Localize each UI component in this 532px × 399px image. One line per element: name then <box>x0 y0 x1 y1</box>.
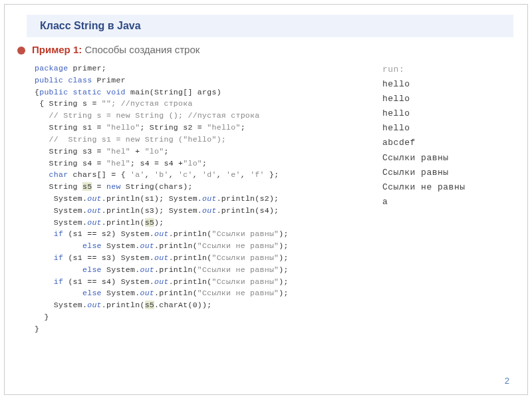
chr: 'f' <box>250 170 265 179</box>
output-line: Ссылки равны <box>382 166 495 180</box>
code-text: .println( <box>154 241 198 250</box>
code-text: .println(s3); System. <box>102 206 202 215</box>
code-text: ); <box>279 277 288 286</box>
code-text: = <box>92 182 106 191</box>
str: "lo" <box>145 147 164 156</box>
kw: char <box>35 170 68 179</box>
kw: out <box>87 194 102 203</box>
code-text: chars[] = { <box>68 170 130 179</box>
output-line: hello <box>382 77 495 92</box>
code-text: } <box>35 325 39 333</box>
code-text: System. <box>102 265 140 274</box>
chr: 'e' <box>226 170 241 179</box>
code-text: (s1 == s4) System. <box>63 277 154 286</box>
code-text: String(chars); <box>121 182 193 191</box>
content-area: package primer; public class Primer {pub… <box>35 63 512 335</box>
kw: out <box>87 206 102 215</box>
kw: out <box>202 194 217 203</box>
highlight: s5 <box>145 301 154 309</box>
kw: out <box>202 206 217 215</box>
code-text: }; <box>265 170 279 179</box>
code-text: .println( <box>169 277 212 286</box>
run-label: run: <box>382 63 495 77</box>
code-text: .println( <box>169 253 212 262</box>
code-text: .println( <box>154 289 198 297</box>
code-text: primer; <box>68 64 106 72</box>
header-band: Класс String в Java <box>27 15 513 37</box>
code-text: ; String s2 = <box>140 123 207 132</box>
code-text: , <box>193 170 202 179</box>
page-number: 2 <box>505 376 509 386</box>
code-text: ); <box>279 253 288 262</box>
code-text: System. <box>35 206 87 215</box>
code-text: System. <box>102 289 140 297</box>
str: "Ссылки не равны" <box>198 241 279 250</box>
code-text: System. <box>35 194 87 203</box>
code-text: } <box>35 313 49 321</box>
code-text: .println( <box>169 229 212 238</box>
code-text: System. <box>102 241 140 250</box>
comment: ; //пустая строка <box>111 99 192 108</box>
code-text: , <box>145 170 154 179</box>
kw: out <box>154 229 169 238</box>
kw: if <box>35 277 63 286</box>
output-listing: run: hello hello hello hello abcdef Ссыл… <box>382 63 495 335</box>
code-text: .println(s1); System. <box>102 194 202 203</box>
code-text: System. <box>35 218 87 227</box>
highlight: s5 <box>145 218 154 227</box>
kw: else <box>35 289 102 297</box>
bullet-icon <box>17 47 25 55</box>
code-text: { String s = <box>35 99 102 108</box>
kw: package <box>35 64 68 72</box>
str: "hello" <box>106 123 140 132</box>
kw: out <box>140 265 154 274</box>
code-text: , <box>169 170 178 179</box>
code-text: .println( <box>102 301 145 309</box>
str: "lo" <box>183 159 202 168</box>
code-text: .charAt(0)); <box>154 301 211 309</box>
kw: out <box>140 241 154 250</box>
output-line: hello <box>382 121 495 136</box>
code-text: String s4 = <box>35 159 106 168</box>
code-text: ; s4 = s4 + <box>130 159 183 168</box>
code-text: .println(s2); <box>217 194 279 203</box>
code-text: String <box>35 182 82 191</box>
example-label: Пример 1: <box>32 44 84 55</box>
code-text: ; <box>241 123 245 132</box>
kw: if <box>35 253 63 262</box>
str: "Ссылки равны" <box>211 253 279 262</box>
output-line: hello <box>382 106 495 121</box>
code-text: Primer <box>92 76 125 84</box>
output-line: hello <box>382 92 495 106</box>
kw: out <box>87 218 102 227</box>
kw: else <box>35 265 102 274</box>
str: "" <box>102 99 111 108</box>
str: "Ссылки равны" <box>211 277 279 286</box>
code-listing: package primer; public class Primer {pub… <box>35 63 364 335</box>
code-text: ; <box>202 159 207 168</box>
str: "hel" <box>106 159 130 168</box>
kw: out <box>87 301 102 309</box>
code-text: ); <box>154 218 164 227</box>
kw: if <box>35 229 63 238</box>
chr: 'b' <box>154 170 169 179</box>
code-text: + <box>130 147 145 156</box>
output-line: a <box>382 195 495 209</box>
str: "Ссылки не равны" <box>198 265 279 274</box>
highlight: s5 <box>82 182 92 191</box>
chr: 'c' <box>178 170 193 179</box>
comment: // String s = new String (); //пустая ст… <box>35 111 259 120</box>
kw: public static void <box>39 88 126 96</box>
code-text: .println( <box>102 218 145 227</box>
output-line: abcdef <box>382 136 495 150</box>
slide-title: Класс String в Java <box>40 20 141 32</box>
chr: 'd' <box>202 170 217 179</box>
kw: out <box>154 253 169 262</box>
code-text: ); <box>279 265 288 274</box>
code-text: String s3 = <box>35 147 106 156</box>
code-text: .println( <box>154 265 198 274</box>
kw: out <box>140 289 154 297</box>
kw: public class <box>35 76 92 84</box>
code-text: .println(s4); <box>217 206 279 215</box>
code-text: ); <box>279 289 288 297</box>
